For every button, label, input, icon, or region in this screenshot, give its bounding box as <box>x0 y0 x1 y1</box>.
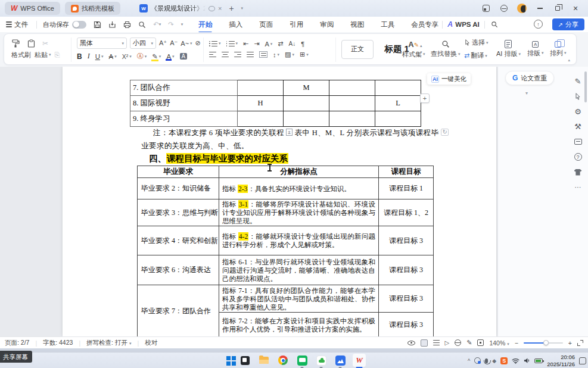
matrix-row-label[interactable]: 7. 团队合作 <box>130 80 238 96</box>
bullet-list-button[interactable]: ▾ <box>209 41 221 46</box>
paper-check-button[interactable]: G 论文查重 <box>505 71 554 85</box>
wrap-icon[interactable]: ⇄ <box>278 40 283 48</box>
table-insert-row-button[interactable]: + <box>420 93 430 103</box>
tab-wps-home[interactable]: W WPS Office <box>5 2 60 15</box>
settings-gear-icon[interactable]: ⚙ <box>573 107 583 116</box>
goal-cell[interactable]: 课程目标 1、2 <box>379 199 434 226</box>
matrix-row-label[interactable]: 9. 终身学习 <box>130 111 238 127</box>
requirement-cell[interactable]: 毕业要求 4：研究和创新 <box>138 226 219 255</box>
cut-icon[interactable]: ✂ <box>42 39 48 48</box>
copy-icon[interactable]: ⎘ <box>55 51 60 59</box>
blue-app-button[interactable] <box>334 354 347 367</box>
tab-member[interactable]: 会员专享 <box>410 19 440 30</box>
wifi-icon[interactable] <box>512 358 519 364</box>
print-button[interactable] <box>120 21 135 29</box>
document-canvas[interactable]: AI 一键美化 7. 团队合作 M 8. 国际视野 H L <box>0 67 497 336</box>
tab-insert[interactable]: 插入 <box>228 19 244 30</box>
numbered-list-button[interactable]: ▾ <box>226 41 238 46</box>
notification-icon[interactable] <box>579 357 586 364</box>
objective-mapping-table[interactable]: 毕业要求 分解指标点 课程目标 毕业要求 2：知识储备 指标 2-3：具备扎实的… <box>137 166 434 336</box>
italic-button[interactable]: I <box>88 52 90 61</box>
increase-font-icon[interactable]: A⁺ <box>159 39 167 47</box>
zoom-in-button[interactable]: + <box>568 339 572 347</box>
eye-protect-icon[interactable] <box>407 341 415 345</box>
tab-document[interactable]: W 《景观规划设计》2025教 × <box>136 4 225 13</box>
ai-beautify-button[interactable]: AI 一键美化 <box>427 73 471 85</box>
phonetic-guide-button[interactable]: Ⓐ▾ <box>137 52 147 61</box>
tab-review[interactable]: 审阅 <box>319 19 335 30</box>
matrix-cell[interactable]: H <box>238 96 284 111</box>
select-button[interactable]: 选择▾ <box>464 38 489 47</box>
close-button[interactable]: × <box>568 2 583 15</box>
indicator-cell[interactable]: 指标 3-1：能够将所学环境设计基础知识、环境设计专业知识应用于解释环境设计领域… <box>219 199 379 226</box>
tab-reference[interactable]: 引用 <box>288 19 304 30</box>
goal-cell[interactable]: 课程目标 1 <box>379 178 434 199</box>
indicator-cell[interactable]: 指标 2-3：具备扎实的环境设计专业知识。 <box>219 178 379 199</box>
task-view-button[interactable] <box>238 354 251 367</box>
translate-button[interactable]: ⇄ 翻译▾ <box>464 51 489 60</box>
line-spacing-button[interactable]: ↕▾ <box>273 51 279 58</box>
input-method-icon[interactable]: S <box>500 357 508 364</box>
format-painter-icon[interactable] <box>11 39 20 48</box>
zoom-slider[interactable] <box>524 342 563 344</box>
matrix-cell[interactable] <box>284 111 329 127</box>
page-view-icon[interactable] <box>421 339 428 347</box>
matrix-cell[interactable] <box>375 80 421 96</box>
paste-label[interactable]: 粘贴▾ <box>35 51 51 60</box>
tab-home[interactable]: 开始 <box>197 19 213 30</box>
inline-mark-icon[interactable]: ↻ <box>441 129 449 136</box>
style-set-button[interactable]: A✎ 样式集▾ <box>402 40 425 59</box>
new-tab-button[interactable]: + <box>225 4 237 13</box>
goal-cell[interactable]: 课程目标 3 <box>379 313 434 337</box>
requirement-cell[interactable]: 毕业要求 3：思维与判断 <box>138 199 219 226</box>
clock[interactable]: 20:06 2025/11/26 <box>547 354 575 367</box>
volume-icon[interactable] <box>524 357 530 364</box>
wps-ai-menu[interactable]: A WPS AI <box>445 20 482 29</box>
search-icon[interactable] <box>487 21 502 28</box>
file-menu[interactable]: 文件 <box>0 20 34 29</box>
start-button[interactable] <box>219 354 232 367</box>
workspace-icon[interactable] <box>478 2 494 15</box>
zoom-slider-thumb[interactable] <box>543 340 549 345</box>
undo-button[interactable]: ↶▾ <box>150 20 164 29</box>
indicator-cell[interactable]: 指标 6-1：与业界同行就环境设计专业领域现象和问题进行沟通与交流时，能够清晰、… <box>219 255 379 285</box>
theme-globe-icon[interactable] <box>496 2 512 15</box>
font-color-button[interactable]: A▾ <box>166 53 174 60</box>
document-page[interactable]: AI 一键美化 7. 团队合作 M 8. 国际视野 H L <box>63 67 496 336</box>
battery-icon[interactable] <box>534 358 543 363</box>
print-preview-button[interactable] <box>135 21 150 29</box>
spellcheck-status[interactable]: 拼写检查: 打开 ▾ <box>86 339 131 347</box>
revision-mark-icon[interactable]: ± <box>286 129 293 136</box>
edit-pencil-icon[interactable]: ✎ <box>573 76 583 86</box>
text-effects-icon[interactable]: A~▾ <box>181 40 192 47</box>
skin-shirt-icon[interactable] <box>573 167 583 177</box>
decrease-font-icon[interactable]: A⁻ <box>170 39 178 47</box>
align-right-button[interactable] <box>234 52 241 57</box>
support-matrix-table[interactable]: 7. 团队合作 M 8. 国际视野 H L 9. 终身学习 <box>130 80 421 127</box>
screen-share-badge[interactable]: 共享屏幕 <box>0 351 32 363</box>
matrix-row-label[interactable]: 8. 国际视野 <box>130 96 238 111</box>
tab-list-caret-icon[interactable]: ▾ <box>238 6 247 11</box>
microphone-icon[interactable] <box>485 358 488 363</box>
bold-button[interactable]: B <box>77 52 82 61</box>
restore-button[interactable] <box>550 2 565 15</box>
chrome-button[interactable] <box>276 354 290 367</box>
toolbox-icon[interactable]: ⚒ <box>573 122 583 132</box>
tab-view[interactable]: 视图 <box>349 19 365 30</box>
select-cursor-icon[interactable] <box>573 92 583 101</box>
autosave-toggle[interactable] <box>72 21 86 29</box>
font-name-select[interactable]: 黑体▾ <box>77 38 127 49</box>
autosave-control[interactable]: 自动保存 <box>39 20 90 29</box>
goal-cell[interactable]: 课程目标 3 <box>379 285 434 313</box>
export-pdf-button[interactable] <box>105 21 120 29</box>
word-count[interactable]: 字数: 4423 <box>43 339 73 347</box>
font-size-select[interactable]: 小四▾ <box>130 38 156 49</box>
increase-indent-icon[interactable]: ⇥ <box>254 40 259 48</box>
tab-page[interactable]: 页面 <box>258 19 274 30</box>
paste-icon[interactable] <box>27 39 35 48</box>
requirement-cell[interactable]: 毕业要求 7：团队合作 <box>138 285 219 337</box>
clear-format-icon[interactable]: ⊘ <box>195 39 201 47</box>
distribute-button[interactable] <box>259 51 267 57</box>
ink-pen-icon[interactable]: ✎ <box>466 339 472 347</box>
panel-expand-caret-icon[interactable]: ▾ <box>525 91 528 96</box>
